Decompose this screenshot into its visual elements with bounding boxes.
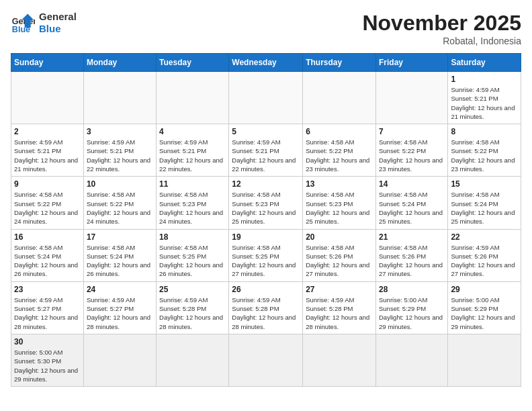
calendar-cell: 13Sunrise: 4:58 AM Sunset: 5:23 PM Dayli… [303,177,376,229]
day-number: 12 [232,179,300,189]
day-number: 8 [451,127,518,136]
calendar-cell: 27Sunrise: 4:59 AM Sunset: 5:28 PM Dayli… [303,281,376,334]
day-info: Sunrise: 4:59 AM Sunset: 5:21 PM Dayligh… [232,138,300,173]
day-number: 17 [87,232,153,242]
calendar-cell: 14Sunrise: 4:58 AM Sunset: 5:24 PM Dayli… [375,177,447,229]
logo-icon: General Blue [11,11,35,35]
weekday-friday: Friday [375,54,447,72]
day-number: 18 [159,232,226,242]
day-number: 3 [87,127,153,136]
calendar-cell: 4Sunrise: 4:59 AM Sunset: 5:21 PM Daylig… [157,124,229,177]
day-info: Sunrise: 4:58 AM Sunset: 5:25 PM Dayligh… [232,243,300,279]
weekday-thursday: Thursday [303,54,376,72]
day-number: 13 [306,179,373,189]
calendar-cell [303,334,376,386]
day-info: Sunrise: 4:59 AM Sunset: 5:21 PM Dayligh… [159,138,226,173]
calendar-cell [229,72,303,124]
calendar-cell: 26Sunrise: 4:59 AM Sunset: 5:28 PM Dayli… [229,281,303,334]
calendar-subtitle: Robatal, Indonesia [362,36,521,46]
calendar-table: SundayMondayTuesdayWednesdayThursdayFrid… [11,53,521,387]
day-info: Sunrise: 4:59 AM Sunset: 5:27 PM Dayligh… [87,295,153,331]
page-header: General Blue General Blue November 2025 … [11,11,521,46]
calendar-cell: 8Sunrise: 4:58 AM Sunset: 5:22 PM Daylig… [448,124,521,177]
day-info: Sunrise: 4:58 AM Sunset: 5:22 PM Dayligh… [87,190,153,226]
calendar-cell: 30Sunrise: 5:00 AM Sunset: 5:30 PM Dayli… [11,334,84,386]
day-number: 10 [87,179,153,189]
day-number: 29 [451,285,518,294]
calendar-title-area: November 2025 Robatal, Indonesia [362,11,521,46]
day-info: Sunrise: 4:59 AM Sunset: 5:21 PM Dayligh… [87,138,153,173]
calendar-title: November 2025 [362,11,521,36]
day-info: Sunrise: 4:59 AM Sunset: 5:21 PM Dayligh… [14,138,81,173]
weekday-sunday: Sunday [11,54,84,72]
day-number: 4 [159,127,226,136]
calendar-cell: 3Sunrise: 4:59 AM Sunset: 5:21 PM Daylig… [83,124,156,177]
day-info: Sunrise: 4:58 AM Sunset: 5:23 PM Dayligh… [306,190,373,226]
day-number: 9 [14,179,81,189]
day-info: Sunrise: 4:58 AM Sunset: 5:24 PM Dayligh… [379,190,445,226]
day-number: 30 [14,337,81,347]
calendar-cell [229,334,303,386]
day-info: Sunrise: 5:00 AM Sunset: 5:29 PM Dayligh… [451,295,518,331]
calendar-cell: 25Sunrise: 4:59 AM Sunset: 5:28 PM Dayli… [157,281,229,334]
calendar-week-3: 16Sunrise: 4:58 AM Sunset: 5:24 PM Dayli… [11,229,521,281]
day-info: Sunrise: 5:00 AM Sunset: 5:29 PM Dayligh… [379,295,445,331]
calendar-cell: 19Sunrise: 4:58 AM Sunset: 5:25 PM Dayli… [229,229,303,281]
day-info: Sunrise: 4:58 AM Sunset: 5:22 PM Dayligh… [14,190,81,226]
calendar-cell: 23Sunrise: 4:59 AM Sunset: 5:27 PM Dayli… [11,281,84,334]
logo-general: General [39,11,77,23]
calendar-cell [375,72,447,124]
day-number: 2 [14,127,81,136]
calendar-cell: 16Sunrise: 4:58 AM Sunset: 5:24 PM Dayli… [11,229,84,281]
day-info: Sunrise: 4:59 AM Sunset: 5:26 PM Dayligh… [451,243,518,279]
calendar-cell [157,72,229,124]
calendar-cell: 15Sunrise: 4:58 AM Sunset: 5:24 PM Dayli… [448,177,521,229]
day-number: 11 [159,179,226,189]
calendar-week-0: 1Sunrise: 4:59 AM Sunset: 5:21 PM Daylig… [11,72,521,124]
calendar-cell: 10Sunrise: 4:58 AM Sunset: 5:22 PM Dayli… [83,177,156,229]
day-info: Sunrise: 4:59 AM Sunset: 5:21 PM Dayligh… [451,85,518,121]
calendar-week-5: 30Sunrise: 5:00 AM Sunset: 5:30 PM Dayli… [11,334,521,386]
weekday-wednesday: Wednesday [229,54,303,72]
calendar-week-1: 2Sunrise: 4:59 AM Sunset: 5:21 PM Daylig… [11,124,521,177]
calendar-cell [448,334,521,386]
day-number: 24 [87,285,153,294]
day-number: 16 [14,232,81,242]
calendar-cell: 7Sunrise: 4:58 AM Sunset: 5:22 PM Daylig… [375,124,447,177]
calendar-cell [157,334,229,386]
day-number: 5 [232,127,300,136]
day-number: 21 [379,232,445,242]
day-info: Sunrise: 4:58 AM Sunset: 5:24 PM Dayligh… [451,190,518,226]
day-number: 6 [306,127,373,136]
day-info: Sunrise: 4:58 AM Sunset: 5:22 PM Dayligh… [379,138,445,173]
day-info: Sunrise: 5:00 AM Sunset: 5:30 PM Dayligh… [14,348,81,383]
calendar-cell: 11Sunrise: 4:58 AM Sunset: 5:23 PM Dayli… [157,177,229,229]
calendar-cell: 5Sunrise: 4:59 AM Sunset: 5:21 PM Daylig… [229,124,303,177]
day-info: Sunrise: 4:58 AM Sunset: 5:24 PM Dayligh… [87,243,153,279]
day-number: 23 [14,285,81,294]
calendar-cell: 12Sunrise: 4:58 AM Sunset: 5:23 PM Dayli… [229,177,303,229]
weekday-monday: Monday [83,54,156,72]
calendar-cell [83,72,156,124]
day-info: Sunrise: 4:58 AM Sunset: 5:23 PM Dayligh… [159,190,226,226]
day-info: Sunrise: 4:59 AM Sunset: 5:28 PM Dayligh… [232,295,300,331]
day-info: Sunrise: 4:58 AM Sunset: 5:22 PM Dayligh… [306,138,373,173]
day-info: Sunrise: 4:58 AM Sunset: 5:25 PM Dayligh… [159,243,226,279]
calendar-header: SundayMondayTuesdayWednesdayThursdayFrid… [11,54,521,72]
calendar-cell: 17Sunrise: 4:58 AM Sunset: 5:24 PM Dayli… [83,229,156,281]
calendar-cell: 18Sunrise: 4:58 AM Sunset: 5:25 PM Dayli… [157,229,229,281]
day-number: 25 [159,285,226,294]
logo: General Blue General Blue [11,11,77,35]
day-info: Sunrise: 4:59 AM Sunset: 5:27 PM Dayligh… [14,295,81,331]
calendar-cell: 20Sunrise: 4:58 AM Sunset: 5:26 PM Dayli… [303,229,376,281]
day-number: 20 [306,232,373,242]
logo-blue: Blue [39,23,77,35]
day-number: 22 [451,232,518,242]
calendar-cell: 22Sunrise: 4:59 AM Sunset: 5:26 PM Dayli… [448,229,521,281]
calendar-week-2: 9Sunrise: 4:58 AM Sunset: 5:22 PM Daylig… [11,177,521,229]
day-info: Sunrise: 4:59 AM Sunset: 5:28 PM Dayligh… [159,295,226,331]
calendar-cell: 1Sunrise: 4:59 AM Sunset: 5:21 PM Daylig… [448,72,521,124]
day-number: 15 [451,179,518,189]
calendar-cell: 24Sunrise: 4:59 AM Sunset: 5:27 PM Dayli… [83,281,156,334]
calendar-cell [303,72,376,124]
